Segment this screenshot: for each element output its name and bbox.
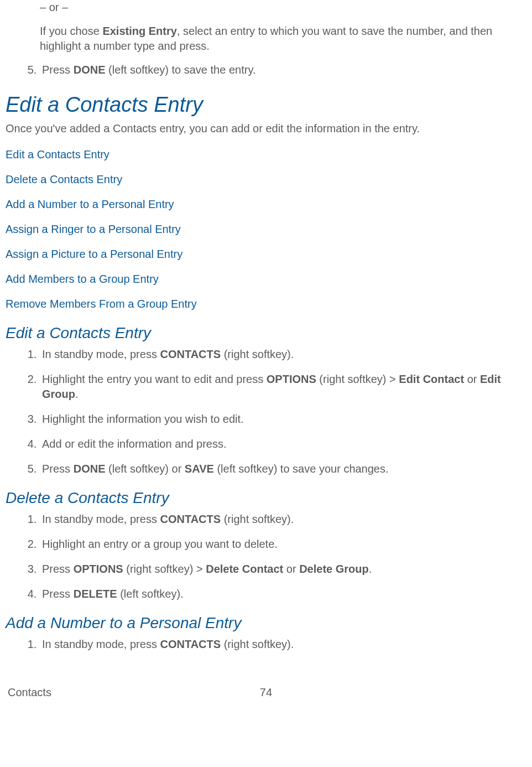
bold-text: Delete Group — [299, 563, 369, 575]
toc-link-add-number[interactable]: Add a Number to a Personal Entry — [6, 197, 526, 212]
text: Press — [42, 563, 74, 575]
footer-spacer — [352, 685, 524, 700]
text: (right softkey). — [221, 513, 294, 525]
bold-text: OPTIONS — [74, 563, 123, 575]
text: Press — [42, 588, 74, 600]
list-item: Press DONE (left softkey) to save the en… — [40, 63, 526, 77]
or-separator: – or – — [40, 0, 521, 15]
text: . — [369, 563, 372, 575]
bold-text: Existing Entry — [102, 25, 176, 37]
intro-ordered-list: Press DONE (left softkey) to save the en… — [20, 63, 526, 77]
bold-text: DONE — [74, 64, 106, 76]
text: . — [75, 388, 79, 400]
intro-block: – or – If you chose Existing Entry, sele… — [40, 0, 521, 54]
footer-page-number: 74 — [180, 685, 352, 700]
bold-text: CONTACTS — [160, 513, 221, 525]
text: (left softkey). — [117, 588, 184, 600]
list-item: Highlight the information you wish to ed… — [40, 412, 526, 427]
text: or — [464, 373, 480, 385]
page-footer: Contacts 74 — [6, 685, 526, 700]
toc-link-delete-contacts[interactable]: Delete a Contacts Entry — [6, 172, 526, 187]
list-item: In standby mode, press CONTACTS (right s… — [40, 512, 526, 527]
list-item: In standby mode, press CONTACTS (right s… — [40, 347, 526, 362]
bold-text: SAVE — [185, 463, 214, 475]
bold-text: Edit Contact — [399, 373, 464, 385]
subheading-add-number: Add a Number to a Personal Entry — [6, 613, 526, 634]
toc-link-assign-picture[interactable]: Assign a Picture to a Personal Entry — [6, 247, 526, 262]
text: In standby mode, press — [42, 513, 160, 525]
text: (right softkey). — [221, 348, 294, 360]
page-content: – or – If you chose Existing Entry, sele… — [0, 0, 532, 717]
list-item: In standby mode, press CONTACTS (right s… — [40, 637, 526, 652]
text: (left softkey) to save your changes. — [214, 463, 389, 475]
text: Press — [42, 463, 74, 475]
text: (left softkey) to save the entry. — [105, 64, 255, 76]
bold-text: DONE — [74, 463, 106, 475]
list-item: Press DONE (left softkey) or SAVE (left … — [40, 462, 526, 476]
text: (left softkey) or — [105, 463, 184, 475]
list-item: Press OPTIONS (right softkey) > Delete C… — [40, 562, 526, 577]
add-number-steps: In standby mode, press CONTACTS (right s… — [20, 637, 526, 652]
bold-text: Delete Contact — [206, 563, 283, 575]
toc-link-assign-ringer[interactable]: Assign a Ringer to a Personal Entry — [6, 222, 526, 237]
list-item: Press DELETE (left softkey). — [40, 587, 526, 602]
footer-section-title: Contacts — [8, 685, 180, 700]
edit-contacts-steps: In standby mode, press CONTACTS (right s… — [20, 347, 526, 476]
text: (right softkey) > — [316, 373, 399, 385]
bold-text: DELETE — [74, 588, 117, 600]
text: If you chose — [40, 25, 102, 37]
text: Highlight the entry you want to edit and… — [42, 373, 267, 385]
toc-link-edit-contacts[interactable]: Edit a Contacts Entry — [6, 147, 526, 162]
bold-text: OPTIONS — [267, 373, 316, 385]
list-item: Highlight an entry or a group you want t… — [40, 537, 526, 552]
text: (right softkey). — [221, 638, 294, 650]
bold-text: CONTACTS — [160, 348, 221, 360]
subheading-edit-contacts: Edit a Contacts Entry — [6, 323, 526, 344]
delete-contacts-steps: In standby mode, press CONTACTS (right s… — [20, 512, 526, 602]
list-item: Highlight the entry you want to edit and… — [40, 372, 526, 402]
list-item: Add or edit the information and press. — [40, 437, 526, 452]
text: Press — [42, 64, 74, 76]
toc-link-remove-members[interactable]: Remove Members From a Group Entry — [6, 297, 526, 312]
bold-text: CONTACTS — [160, 638, 221, 650]
text: In standby mode, press — [42, 638, 160, 650]
subheading-delete-contacts: Delete a Contacts Entry — [6, 488, 526, 509]
heading-edit-contacts: Edit a Contacts Entry — [6, 91, 526, 119]
text: In standby mode, press — [42, 348, 160, 360]
lead-paragraph: Once you've added a Contacts entry, you … — [6, 121, 526, 136]
text: (right softkey) > — [123, 563, 206, 575]
intro-paragraph: If you chose Existing Entry, select an e… — [40, 24, 521, 54]
toc-link-add-members[interactable]: Add Members to a Group Entry — [6, 272, 526, 287]
text: or — [283, 563, 299, 575]
